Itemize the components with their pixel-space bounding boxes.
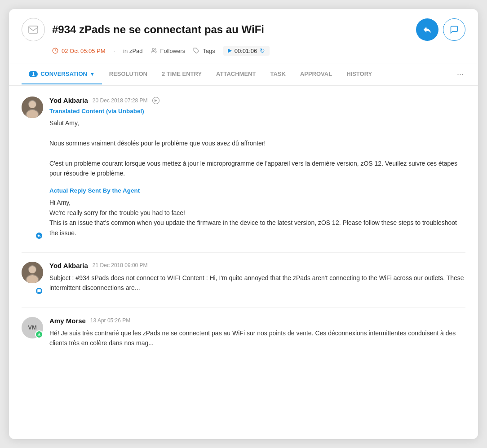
timer-block: 00:01:06 ↻ [223, 46, 270, 56]
message-2-text: Subject : #934 sPads does not connect to… [49, 273, 465, 293]
author-name-1: Yod Akbaria [49, 97, 88, 104]
ticket-date: 02 Oct 05:05 PM [52, 48, 106, 54]
svg-point-7 [22, 262, 43, 283]
tab-approval[interactable]: APPROVAL [293, 64, 339, 84]
svg-rect-0 [29, 26, 38, 33]
message-3-author-row: Amy Morse 13 Apr 05:26 PM [49, 317, 465, 325]
tab-task[interactable]: TASK [263, 64, 292, 84]
avatar-yod-2 [22, 262, 43, 283]
message-2: Yod Akbaria 21 Dec 2018 09:00 PM Subject… [22, 262, 465, 295]
tab-more-button[interactable]: ··· [455, 63, 465, 85]
author-name-3: Amy Morse [49, 317, 86, 325]
header-actions [416, 18, 465, 41]
conversation-content: Yod Akbaria 20 Dec 2018 07:28 PM Transla… [9, 86, 478, 373]
ticket-email-icon [22, 18, 45, 41]
conversation-badge: 1 [29, 71, 38, 77]
tab-attachment[interactable]: ATTACHMENT [209, 64, 263, 84]
svg-point-4 [22, 97, 43, 118]
ticket-location: in zPad [123, 48, 142, 54]
message-3-text: Hé! Je suis très contrarié que les zPads… [49, 328, 465, 348]
message-2-author-row: Yod Akbaria 21 Dec 2018 09:00 PM [49, 262, 465, 269]
divider-2 [22, 307, 465, 308]
svg-point-2 [152, 48, 154, 51]
avatar-amy: VM [22, 317, 43, 338]
ticket-title: #934 zPads ne se connectant pas au WiFi [52, 23, 264, 36]
tab-resolution[interactable]: RESOLUTION [102, 64, 155, 84]
svg-point-8 [29, 266, 36, 273]
translated-label-1[interactable]: Translated Content (via Unbabel) [49, 108, 465, 114]
avatar-yod-1 [22, 97, 43, 118]
ticket-card: #934 zPads ne se connectant pas au WiFi [9, 9, 478, 439]
reply-badge-1 [35, 232, 43, 240]
followers-link[interactable]: Followers [151, 48, 186, 54]
chevron-down-icon: ▼ [90, 71, 95, 77]
author-time-2: 21 Dec 2018 09:00 PM [93, 262, 148, 268]
chat-badge-2 [35, 287, 43, 295]
actual-body-1: Hi Amy, We're really sorry for the troub… [49, 198, 465, 238]
download-badge-3 [35, 330, 43, 338]
message-1-body: Yod Akbaria 20 Dec 2018 07:28 PM Transla… [49, 97, 465, 240]
tab-bar: 1 CONVERSATION ▼ RESOLUTION 2 TIME ENTRY… [9, 63, 478, 86]
message-2-body: Yod Akbaria 21 Dec 2018 09:00 PM Subject… [49, 262, 465, 295]
reply-button[interactable] [416, 18, 438, 41]
svg-point-9 [27, 275, 38, 283]
ticket-header: #934 zPads ne se connectant pas au WiFi [9, 9, 478, 63]
svg-point-5 [29, 101, 36, 108]
tags-link[interactable]: Tags [193, 48, 215, 54]
play-button-1[interactable] [152, 97, 159, 104]
message-1: Yod Akbaria 20 Dec 2018 07:28 PM Transla… [22, 97, 465, 240]
author-time-1: 20 Dec 2018 07:28 PM [93, 97, 148, 104]
svg-point-6 [27, 110, 38, 118]
timer-refresh-icon[interactable]: ↻ [260, 47, 265, 54]
tab-history[interactable]: HISTORY [339, 64, 379, 84]
header-meta: 02 Oct 05:05 PM · in zPad Followers Tags [52, 46, 465, 56]
message-3-body: Amy Morse 13 Apr 05:26 PM Hé! Je suis tr… [49, 317, 465, 350]
tab-conversation[interactable]: 1 CONVERSATION ▼ [22, 64, 102, 84]
translated-body-1: Salut Amy, Nous sommes vraiment désolés … [49, 118, 465, 178]
note-button[interactable] [443, 18, 465, 41]
author-name-2: Yod Akbaria [49, 262, 88, 269]
author-time-3: 13 Apr 05:26 PM [90, 317, 130, 324]
timer-value: 00:01:06 [235, 48, 257, 54]
message-3: VM Amy Morse 13 Apr 05:26 PM Hé! Je suis… [22, 317, 465, 350]
message-1-author-row: Yod Akbaria 20 Dec 2018 07:28 PM [49, 97, 465, 104]
divider-1 [22, 252, 465, 253]
timer-play-icon[interactable] [228, 48, 232, 53]
tab-time-entry[interactable]: 2 TIME ENTRY [155, 64, 209, 84]
actual-reply-label-1: Actual Reply Sent By the Agent [49, 187, 465, 194]
